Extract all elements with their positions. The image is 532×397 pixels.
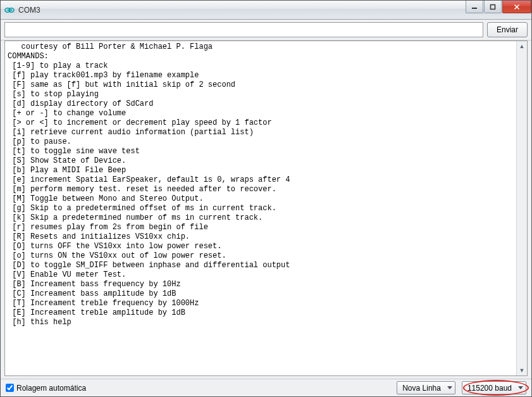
minimize-button[interactable]: [466, 1, 483, 13]
scroll-down-icon[interactable]: ▼: [519, 367, 525, 374]
line-ending-dropdown[interactable]: Nova Linha: [397, 381, 455, 394]
baud-rate-dropdown[interactable]: 115200 baud: [462, 381, 526, 394]
serial-input[interactable]: [4, 22, 483, 37]
send-button[interactable]: Enviar: [487, 22, 528, 37]
serial-output: courtesy of Bill Porter & Michael P. Fla…: [5, 41, 516, 375]
chevron-down-icon: [518, 386, 523, 389]
statusbar: Rolagem automática Nova Linha 115200 bau…: [1, 379, 531, 396]
toolbar: Enviar: [1, 20, 531, 41]
chevron-down-icon: [447, 386, 452, 389]
maximize-button[interactable]: [484, 1, 502, 13]
titlebar: COM3: [1, 1, 531, 20]
arduino-app-icon: [4, 5, 15, 15]
baud-rate-label: 115200 baud: [467, 384, 512, 393]
window-controls: [465, 1, 531, 13]
autoscroll-checkbox[interactable]: [6, 384, 14, 392]
output-panel: courtesy of Bill Porter & Michael P. Fla…: [4, 41, 528, 376]
autoscroll-checkbox-wrap[interactable]: Rolagem automática: [6, 384, 86, 393]
close-button[interactable]: [502, 1, 531, 13]
serial-monitor-window: COM3 Enviar courtesy of Bill Porter & Mi…: [0, 0, 532, 397]
svg-rect-6: [491, 4, 495, 9]
scroll-up-icon[interactable]: ▲: [519, 42, 525, 50]
window-title: COM3: [18, 6, 465, 15]
line-ending-label: Nova Linha: [402, 384, 441, 393]
autoscroll-label: Rolagem automática: [16, 384, 86, 393]
vertical-scrollbar[interactable]: ▲ ▼: [516, 41, 527, 375]
